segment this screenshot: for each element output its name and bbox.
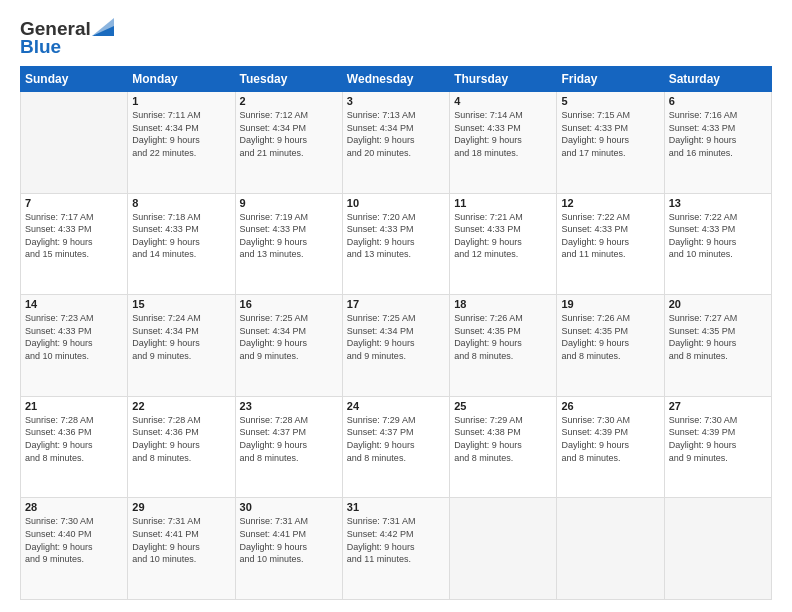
day-info: Sunrise: 7:16 AM Sunset: 4:33 PM Dayligh… (669, 109, 767, 159)
weekday-header-sunday: Sunday (21, 67, 128, 92)
day-number: 29 (132, 501, 230, 513)
calendar-cell: 12Sunrise: 7:22 AM Sunset: 4:33 PM Dayli… (557, 193, 664, 295)
day-number: 12 (561, 197, 659, 209)
day-info: Sunrise: 7:14 AM Sunset: 4:33 PM Dayligh… (454, 109, 552, 159)
calendar-cell: 1Sunrise: 7:11 AM Sunset: 4:34 PM Daylig… (128, 92, 235, 194)
day-info: Sunrise: 7:31 AM Sunset: 4:42 PM Dayligh… (347, 515, 445, 565)
calendar-cell: 7Sunrise: 7:17 AM Sunset: 4:33 PM Daylig… (21, 193, 128, 295)
calendar-cell: 6Sunrise: 7:16 AM Sunset: 4:33 PM Daylig… (664, 92, 771, 194)
weekday-header-tuesday: Tuesday (235, 67, 342, 92)
calendar-cell: 29Sunrise: 7:31 AM Sunset: 4:41 PM Dayli… (128, 498, 235, 600)
day-info: Sunrise: 7:20 AM Sunset: 4:33 PM Dayligh… (347, 211, 445, 261)
day-info: Sunrise: 7:29 AM Sunset: 4:38 PM Dayligh… (454, 414, 552, 464)
day-number: 22 (132, 400, 230, 412)
day-info: Sunrise: 7:25 AM Sunset: 4:34 PM Dayligh… (240, 312, 338, 362)
weekday-header-saturday: Saturday (664, 67, 771, 92)
day-info: Sunrise: 7:23 AM Sunset: 4:33 PM Dayligh… (25, 312, 123, 362)
day-number: 10 (347, 197, 445, 209)
calendar-cell: 24Sunrise: 7:29 AM Sunset: 4:37 PM Dayli… (342, 396, 449, 498)
day-number: 6 (669, 95, 767, 107)
day-info: Sunrise: 7:31 AM Sunset: 4:41 PM Dayligh… (240, 515, 338, 565)
day-number: 2 (240, 95, 338, 107)
day-number: 28 (25, 501, 123, 513)
day-number: 23 (240, 400, 338, 412)
day-info: Sunrise: 7:28 AM Sunset: 4:36 PM Dayligh… (25, 414, 123, 464)
logo: General Blue (20, 18, 114, 58)
day-info: Sunrise: 7:24 AM Sunset: 4:34 PM Dayligh… (132, 312, 230, 362)
calendar-cell (21, 92, 128, 194)
day-info: Sunrise: 7:11 AM Sunset: 4:34 PM Dayligh… (132, 109, 230, 159)
calendar-cell: 28Sunrise: 7:30 AM Sunset: 4:40 PM Dayli… (21, 498, 128, 600)
day-number: 1 (132, 95, 230, 107)
weekday-header-monday: Monday (128, 67, 235, 92)
calendar-cell (450, 498, 557, 600)
day-info: Sunrise: 7:28 AM Sunset: 4:36 PM Dayligh… (132, 414, 230, 464)
day-number: 16 (240, 298, 338, 310)
day-info: Sunrise: 7:29 AM Sunset: 4:37 PM Dayligh… (347, 414, 445, 464)
day-info: Sunrise: 7:31 AM Sunset: 4:41 PM Dayligh… (132, 515, 230, 565)
day-info: Sunrise: 7:30 AM Sunset: 4:39 PM Dayligh… (561, 414, 659, 464)
day-number: 11 (454, 197, 552, 209)
day-number: 4 (454, 95, 552, 107)
calendar-cell: 22Sunrise: 7:28 AM Sunset: 4:36 PM Dayli… (128, 396, 235, 498)
calendar-cell: 2Sunrise: 7:12 AM Sunset: 4:34 PM Daylig… (235, 92, 342, 194)
calendar-cell: 14Sunrise: 7:23 AM Sunset: 4:33 PM Dayli… (21, 295, 128, 397)
day-number: 7 (25, 197, 123, 209)
day-number: 17 (347, 298, 445, 310)
calendar-cell: 15Sunrise: 7:24 AM Sunset: 4:34 PM Dayli… (128, 295, 235, 397)
day-info: Sunrise: 7:21 AM Sunset: 4:33 PM Dayligh… (454, 211, 552, 261)
calendar-cell: 30Sunrise: 7:31 AM Sunset: 4:41 PM Dayli… (235, 498, 342, 600)
weekday-header-thursday: Thursday (450, 67, 557, 92)
calendar-cell: 31Sunrise: 7:31 AM Sunset: 4:42 PM Dayli… (342, 498, 449, 600)
day-info: Sunrise: 7:28 AM Sunset: 4:37 PM Dayligh… (240, 414, 338, 464)
day-info: Sunrise: 7:13 AM Sunset: 4:34 PM Dayligh… (347, 109, 445, 159)
day-info: Sunrise: 7:30 AM Sunset: 4:40 PM Dayligh… (25, 515, 123, 565)
calendar-cell: 8Sunrise: 7:18 AM Sunset: 4:33 PM Daylig… (128, 193, 235, 295)
day-number: 8 (132, 197, 230, 209)
calendar-cell: 9Sunrise: 7:19 AM Sunset: 4:33 PM Daylig… (235, 193, 342, 295)
day-number: 25 (454, 400, 552, 412)
day-number: 26 (561, 400, 659, 412)
day-number: 19 (561, 298, 659, 310)
calendar-cell: 17Sunrise: 7:25 AM Sunset: 4:34 PM Dayli… (342, 295, 449, 397)
calendar-cell: 25Sunrise: 7:29 AM Sunset: 4:38 PM Dayli… (450, 396, 557, 498)
calendar-cell: 16Sunrise: 7:25 AM Sunset: 4:34 PM Dayli… (235, 295, 342, 397)
calendar-cell: 4Sunrise: 7:14 AM Sunset: 4:33 PM Daylig… (450, 92, 557, 194)
day-number: 21 (25, 400, 123, 412)
calendar-cell: 23Sunrise: 7:28 AM Sunset: 4:37 PM Dayli… (235, 396, 342, 498)
day-number: 24 (347, 400, 445, 412)
calendar-cell: 26Sunrise: 7:30 AM Sunset: 4:39 PM Dayli… (557, 396, 664, 498)
day-number: 3 (347, 95, 445, 107)
day-info: Sunrise: 7:15 AM Sunset: 4:33 PM Dayligh… (561, 109, 659, 159)
calendar-cell: 18Sunrise: 7:26 AM Sunset: 4:35 PM Dayli… (450, 295, 557, 397)
calendar-cell: 20Sunrise: 7:27 AM Sunset: 4:35 PM Dayli… (664, 295, 771, 397)
day-info: Sunrise: 7:22 AM Sunset: 4:33 PM Dayligh… (561, 211, 659, 261)
day-info: Sunrise: 7:12 AM Sunset: 4:34 PM Dayligh… (240, 109, 338, 159)
logo-blue: Blue (20, 36, 61, 57)
day-number: 31 (347, 501, 445, 513)
day-number: 30 (240, 501, 338, 513)
day-info: Sunrise: 7:26 AM Sunset: 4:35 PM Dayligh… (454, 312, 552, 362)
calendar-cell: 3Sunrise: 7:13 AM Sunset: 4:34 PM Daylig… (342, 92, 449, 194)
day-info: Sunrise: 7:18 AM Sunset: 4:33 PM Dayligh… (132, 211, 230, 261)
day-number: 27 (669, 400, 767, 412)
calendar-cell: 19Sunrise: 7:26 AM Sunset: 4:35 PM Dayli… (557, 295, 664, 397)
day-info: Sunrise: 7:17 AM Sunset: 4:33 PM Dayligh… (25, 211, 123, 261)
day-info: Sunrise: 7:27 AM Sunset: 4:35 PM Dayligh… (669, 312, 767, 362)
calendar-cell: 5Sunrise: 7:15 AM Sunset: 4:33 PM Daylig… (557, 92, 664, 194)
weekday-header-wednesday: Wednesday (342, 67, 449, 92)
calendar-table: SundayMondayTuesdayWednesdayThursdayFrid… (20, 66, 772, 600)
calendar-cell: 21Sunrise: 7:28 AM Sunset: 4:36 PM Dayli… (21, 396, 128, 498)
day-number: 13 (669, 197, 767, 209)
calendar-cell: 27Sunrise: 7:30 AM Sunset: 4:39 PM Dayli… (664, 396, 771, 498)
logo-icon (92, 18, 114, 36)
calendar-cell: 11Sunrise: 7:21 AM Sunset: 4:33 PM Dayli… (450, 193, 557, 295)
day-info: Sunrise: 7:30 AM Sunset: 4:39 PM Dayligh… (669, 414, 767, 464)
calendar-cell (557, 498, 664, 600)
day-number: 9 (240, 197, 338, 209)
day-info: Sunrise: 7:22 AM Sunset: 4:33 PM Dayligh… (669, 211, 767, 261)
day-number: 20 (669, 298, 767, 310)
day-number: 15 (132, 298, 230, 310)
weekday-header-friday: Friday (557, 67, 664, 92)
calendar-cell (664, 498, 771, 600)
